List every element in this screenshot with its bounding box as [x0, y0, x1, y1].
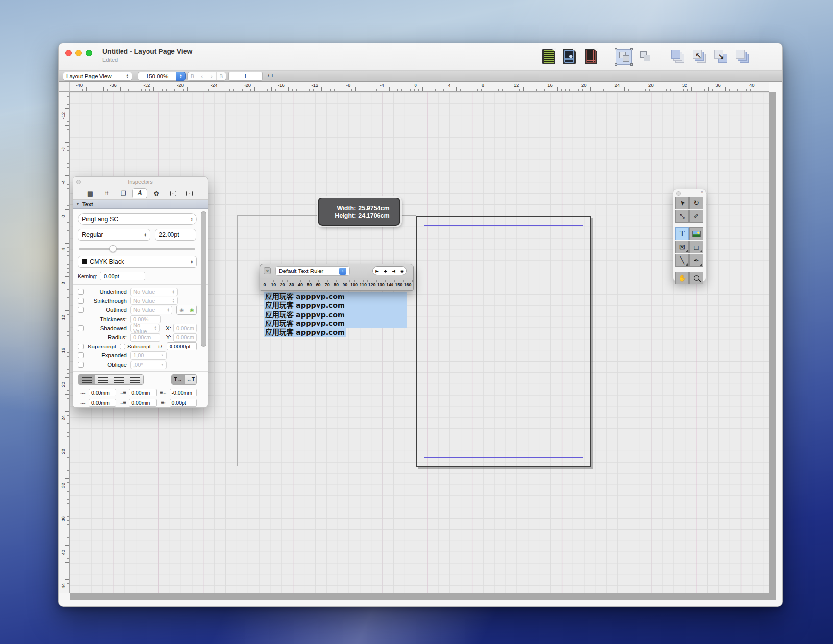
bring-forward-button[interactable]: ↖: [692, 50, 707, 64]
tab-stop-marker-button[interactable]: ▶: [373, 267, 381, 275]
selected-text-line[interactable]: 应用玩客 apppvp.com: [264, 310, 407, 319]
rectangle-tool[interactable]: □: [689, 241, 703, 253]
scroll-track-right[interactable]: [769, 92, 776, 600]
tab-image-2[interactable]: ◦: [182, 188, 197, 198]
stroke-circle-button[interactable]: ◉: [187, 305, 196, 314]
bring-to-front-button[interactable]: [671, 50, 686, 64]
space-after-field[interactable]: 0.00mm: [129, 399, 156, 407]
collapse-icon[interactable]: «: [701, 189, 703, 194]
scroll-track-bottom[interactable]: [70, 593, 776, 600]
shadow-y-field[interactable]: 0.00cm: [173, 333, 197, 342]
minimize-window-button[interactable]: [75, 50, 82, 56]
previous-page-button[interactable]: ‹: [197, 72, 207, 80]
superscript-checkbox[interactable]: [78, 344, 84, 349]
zoom-dropdown-button[interactable]: ▲▼: [176, 72, 186, 81]
zoom-combo[interactable]: 150.00% ▲▼: [138, 72, 186, 81]
expanded-popup[interactable]: 1,00▼: [130, 351, 167, 360]
tab-geometry[interactable]: ⌗: [99, 188, 114, 198]
next-page-button[interactable]: ›: [207, 72, 217, 80]
underlined-popup[interactable]: No Value▲▼: [130, 288, 178, 296]
align-justify-button[interactable]: [111, 375, 127, 384]
tab-text[interactable]: A: [132, 188, 147, 198]
image-tool[interactable]: [689, 227, 703, 240]
selected-text-line[interactable]: 应用玩客 apppvp.com: [264, 319, 407, 328]
text-color-popup[interactable]: CMYK Black ▲▼: [78, 256, 197, 268]
ungroup-objects-button[interactable]: [637, 49, 653, 65]
first-page-button[interactable]: B: [188, 72, 197, 80]
send-backward-button[interactable]: ↘: [714, 50, 729, 64]
font-style-popup[interactable]: Regular ▲▼: [78, 229, 150, 241]
frame-tool[interactable]: ⊠: [675, 241, 689, 253]
close-icon[interactable]: ✕: [264, 267, 271, 274]
font-size-slider[interactable]: [79, 245, 195, 252]
tab-image-1[interactable]: ◦: [166, 188, 180, 198]
oblique-checkbox[interactable]: [78, 362, 84, 368]
inspector-scrollbar[interactable]: [201, 211, 206, 347]
text-section-header[interactable]: ▼ Text: [73, 200, 208, 209]
shadowed-popup[interactable]: No Value▲▼: [130, 324, 160, 332]
last-page-button[interactable]: B: [217, 72, 226, 80]
layout-document-icon[interactable]: [563, 49, 576, 64]
zoom-value[interactable]: 150.00%: [138, 72, 176, 81]
radius-field[interactable]: 0.00cm: [130, 333, 160, 342]
shear-tool[interactable]: ✐: [689, 210, 703, 223]
tab-stop-marker-button[interactable]: ◉: [398, 267, 406, 275]
tab-stop-marker-button[interactable]: ◆: [381, 267, 390, 275]
selected-text-line[interactable]: 应用玩客 apppvp.com: [264, 301, 407, 310]
subscript-checkbox[interactable]: [120, 344, 125, 349]
line-tool[interactable]: ╲: [675, 254, 689, 267]
tab-stop-marker-button[interactable]: ◀: [390, 267, 398, 275]
selected-text-line[interactable]: 应用玩客 apppvp.com: [264, 328, 346, 337]
selected-text-block[interactable]: 应用玩客 apppvp.com应用玩客 apppvp.com应用玩客 apppv…: [264, 292, 407, 337]
oblique-popup[interactable]: ,00°▼: [130, 361, 167, 369]
canvas[interactable]: 应用玩客 apppvp.com应用玩客 apppvp.com应用玩客 apppv…: [70, 92, 769, 593]
popup-stepper-button[interactable]: ▲▼: [339, 268, 346, 275]
text-tool[interactable]: T: [675, 227, 689, 240]
page-outline[interactable]: [416, 216, 591, 467]
fill-circle-button[interactable]: ◉: [177, 305, 187, 314]
shadow-x-field[interactable]: 0.00cm: [173, 324, 197, 332]
select-tool[interactable]: ➤: [675, 197, 689, 209]
margins-document-icon[interactable]: [585, 49, 597, 64]
close-palette-button[interactable]: [676, 191, 681, 196]
line-spacing-field[interactable]: 0.00pt: [170, 399, 197, 407]
ltr-direction-button[interactable]: T→: [172, 375, 184, 384]
font-family-popup[interactable]: PingFang SC ▲▼: [78, 213, 197, 225]
zoom-window-button[interactable]: [86, 50, 92, 56]
align-center-button[interactable]: [95, 375, 111, 384]
grid-document-icon[interactable]: [542, 49, 555, 64]
page-number-input[interactable]: 1: [228, 72, 263, 81]
rotate-tool[interactable]: ↻: [689, 197, 703, 209]
kerning-field[interactable]: 0.00pt: [100, 272, 145, 280]
text-ruler-popup[interactable]: Default Text Ruler ▲▼: [275, 266, 350, 276]
slider-thumb[interactable]: [109, 245, 117, 252]
zoom-tool[interactable]: [689, 272, 703, 284]
first-line-indent-field[interactable]: 0.00mm: [89, 389, 116, 396]
align-right-button[interactable]: [127, 375, 143, 384]
strikethrough-popup[interactable]: No Value▲▼: [130, 297, 178, 305]
outlined-popup[interactable]: No Value▲▼: [130, 306, 172, 314]
tab-object[interactable]: ❐: [116, 188, 131, 198]
rtl-direction-button[interactable]: ←T: [184, 375, 196, 384]
scale-tool[interactable]: ⤡: [675, 210, 689, 223]
send-to-back-button[interactable]: [735, 50, 750, 64]
tab-document[interactable]: ▤: [83, 188, 98, 198]
selected-text-line[interactable]: 应用玩客 apppvp.com: [264, 292, 407, 301]
view-mode-popup[interactable]: Layout Page View ▲▼: [63, 72, 132, 81]
outlined-checkbox[interactable]: [78, 307, 84, 313]
plusminus-field[interactable]: 0.0000pt: [167, 342, 197, 350]
right-indent-field[interactable]: -0.00mm: [170, 389, 197, 396]
close-window-button[interactable]: [65, 50, 72, 56]
tab-colors[interactable]: ✿: [149, 188, 164, 198]
hand-tool[interactable]: ✋: [675, 272, 689, 284]
expanded-checkbox[interactable]: [78, 352, 84, 358]
text-ruler-scale[interactable]: 0102030405060708090100110120130140150160: [260, 278, 413, 291]
pen-tool[interactable]: ✒: [689, 254, 703, 267]
space-before-field[interactable]: 0.00mm: [89, 399, 116, 407]
align-left-button[interactable]: [78, 375, 95, 384]
close-palette-button[interactable]: [76, 180, 81, 184]
underlined-checkbox[interactable]: [78, 289, 84, 295]
left-indent-field[interactable]: 0.00mm: [129, 389, 156, 396]
shadowed-checkbox[interactable]: [78, 325, 84, 331]
strikethrough-checkbox[interactable]: [78, 298, 84, 304]
